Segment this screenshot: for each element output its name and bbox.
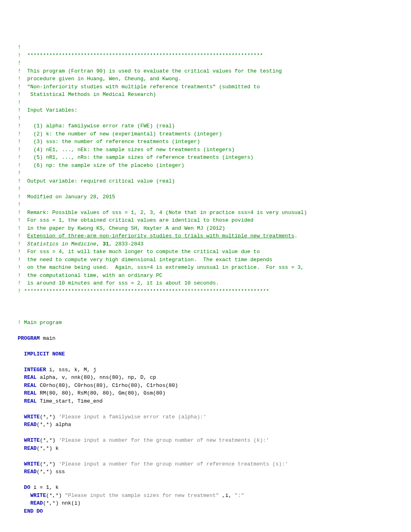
code-line: END DO xyxy=(18,507,393,515)
code-token: 31 xyxy=(103,241,109,247)
code-token: WRITE xyxy=(24,437,40,443)
code-token: (*,*) xyxy=(40,461,59,467)
code-line: WRITE(*,*) 'Please input a familywise er… xyxy=(18,413,393,421)
code-token: ! (6) np: the sample size of the placebo… xyxy=(18,162,184,168)
code-token: WRITE xyxy=(24,461,40,467)
code-token xyxy=(18,437,24,443)
code-token: "Please input the sample sizes for new t… xyxy=(65,493,219,499)
code-token xyxy=(18,374,24,380)
code-token xyxy=(18,367,24,373)
code-line: ! (4) nE1, ..., nEk: the sample sizes of… xyxy=(18,146,393,154)
code-line: ! xyxy=(18,114,393,123)
code-line xyxy=(18,476,393,484)
code-token: (*,*) xyxy=(40,414,59,420)
code-token xyxy=(18,351,24,357)
code-line: DO i = 1, k xyxy=(18,484,393,492)
code-line: ! Main program xyxy=(18,319,393,327)
code-line: ! (2) k: the number of new (experimantal… xyxy=(18,130,393,138)
code-line: ! the computational time, with an ordina… xyxy=(18,272,393,280)
code-token: ! Main program xyxy=(18,320,62,326)
code-token: REAL xyxy=(24,374,37,380)
code-token: READ xyxy=(24,422,37,428)
code-token: ! **************************************… xyxy=(18,52,263,58)
code-token xyxy=(18,484,24,490)
code-line: ! (3) sss: the number of reference treat… xyxy=(18,138,393,146)
code-token: WRITE xyxy=(30,493,46,499)
code-line: ! Statistical Methods in Medical Researc… xyxy=(18,91,393,99)
code-line: ! For sss = 1, the obtained critical val… xyxy=(18,216,393,224)
code-token: ! xyxy=(18,115,21,121)
code-line: ! Output variable: required critical val… xyxy=(18,177,393,185)
code-line: ! procedure given in Huang, Wen, Cheung,… xyxy=(18,75,393,83)
code-line: ! This program (Fortran 90) is used to e… xyxy=(18,67,393,75)
code-token: , 2833-2843 xyxy=(109,241,143,247)
code-line: ! **************************************… xyxy=(18,287,393,295)
code-line: WRITE(*,*) 'Please input a number for th… xyxy=(18,460,393,468)
code-token: Time_start, Time_end xyxy=(37,398,103,404)
code-line: REAL Time_start, Time_end xyxy=(18,397,393,405)
code-token: READ xyxy=(30,500,43,506)
code-token: ! Modified on January 28, 2015 xyxy=(18,194,115,200)
code-token: Extension of three-arm non-inferiority s… xyxy=(27,233,294,239)
code-token: READ xyxy=(24,469,37,475)
code-token: , xyxy=(96,241,103,247)
code-token: ! on the machine being used. Again, sss=… xyxy=(18,264,304,270)
code-token xyxy=(18,493,30,499)
code-line: READ(*,*) alpha xyxy=(18,421,393,429)
code-line xyxy=(18,326,393,335)
code-token: ,i, xyxy=(219,493,235,499)
code-token xyxy=(18,508,24,514)
code-token: ! For sss = 4, it will take much longer … xyxy=(18,249,260,255)
code-token: 'Please input a number for the group num… xyxy=(58,437,269,443)
code-line: ! Extension of three-arm non-inferiority… xyxy=(18,232,393,240)
code-line: INTEGER i, sss, k, M, j xyxy=(18,366,393,374)
code-token: ! (1) alpha: familywise error rate (FWE)… xyxy=(18,123,175,129)
code-token: ":" xyxy=(235,493,244,499)
code-line xyxy=(18,429,393,437)
code-token: INTEGER xyxy=(24,367,46,373)
code-line xyxy=(18,342,393,350)
code-line: ! in the paper by Kwong KS, Cheung SH, H… xyxy=(18,224,393,233)
code-token: REAL xyxy=(24,398,37,404)
code-token xyxy=(18,445,24,451)
code-line: REAL C0rho(80), C0rhos(80), C1rho(80), C… xyxy=(18,382,393,390)
code-line: ! xyxy=(18,201,393,209)
code-token: ! in the paper by Kwong KS, Cheung SH, H… xyxy=(18,225,225,231)
code-token xyxy=(18,422,24,428)
code-line: READ(*,*) sss xyxy=(18,468,393,476)
code-line: ! on the machine being used. Again, sss=… xyxy=(18,264,393,272)
code-line: WRITE(*,*) "Please input the sample size… xyxy=(18,492,393,500)
code-token: ! Input Variables: xyxy=(18,107,77,113)
code-token: (*,*) alpha xyxy=(37,422,71,428)
code-line: ! (1) alpha: familywise error rate (FWE)… xyxy=(18,122,393,130)
code-line: ! xyxy=(18,169,393,177)
code-token xyxy=(18,469,24,475)
code-token: ! xyxy=(18,60,21,66)
code-line: ! xyxy=(18,99,393,107)
code-line: PROGRAM main xyxy=(18,335,393,343)
code-token: END DO xyxy=(24,508,43,514)
code-token: IMPLICIT NONE xyxy=(24,351,65,357)
code-line: ! Modified on January 28, 2015 xyxy=(18,193,393,201)
code-token xyxy=(18,398,24,404)
code-line xyxy=(18,405,393,413)
code-token: ! **************************************… xyxy=(18,288,269,294)
code-token: ! xyxy=(18,186,21,192)
code-token: (*,*) xyxy=(40,437,59,443)
code-token: ! the need to compute very high dimensio… xyxy=(18,257,272,263)
code-line: READ(*,*) k xyxy=(18,445,393,453)
code-token: ! Output variable: required critical val… xyxy=(18,178,175,184)
code-token: ! This program (Fortran 90) is used to e… xyxy=(18,68,282,74)
code-token xyxy=(18,461,24,467)
code-token xyxy=(18,500,30,506)
code-token: ! xyxy=(18,170,21,176)
code-token: C0rho(80), C0rhos(80), C1rho(80), C1rhos… xyxy=(37,382,178,389)
code-line: ! is around 10 minutes and for sss = 2, … xyxy=(18,279,393,287)
code-token: . xyxy=(295,233,298,239)
code-token: ! Remark: Possible values of sss = 1, 2,… xyxy=(18,210,307,216)
code-token: (*,*) nnk(i) xyxy=(43,500,81,506)
code-token: 'Please input a familywise error rate (a… xyxy=(58,414,206,420)
code-token xyxy=(18,414,24,420)
code-line: ! the need to compute very high dimensio… xyxy=(18,256,393,264)
code-line: IMPLICIT NONE xyxy=(18,350,393,358)
